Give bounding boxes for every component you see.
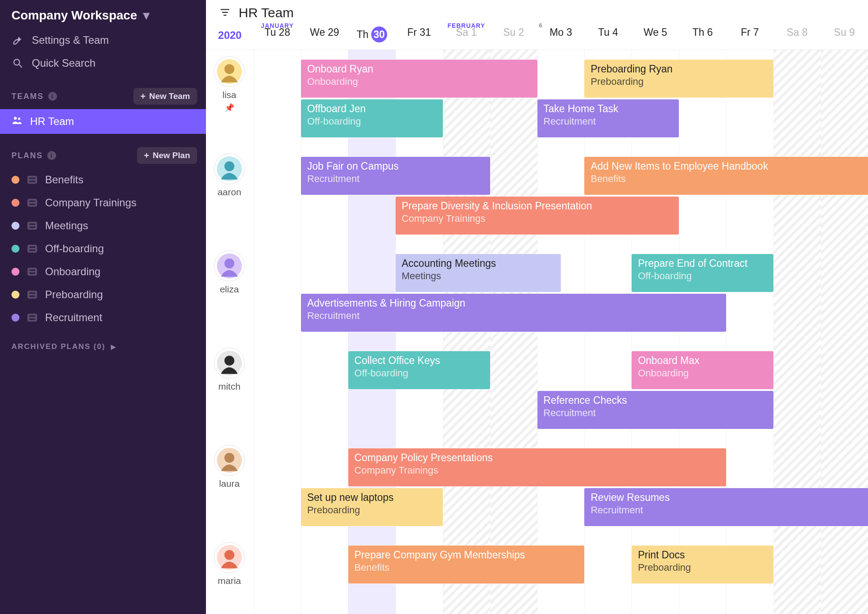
task-card[interactable]: Company Policy Presentations Company Tra… (348, 448, 726, 486)
person-header[interactable]: maria (214, 542, 245, 586)
archived-plans-toggle[interactable]: ARCHIVED PLANS (0) ▶ (0, 329, 206, 356)
day-column-header[interactable]: Sa 8 (773, 23, 821, 49)
today-indicator: 30 (371, 27, 387, 42)
days-row: JANUARYTu 28We 29Th 30Fr 31FEBRUARYSa 1S… (254, 23, 868, 49)
person-header[interactable]: eliza (214, 250, 245, 295)
task-card[interactable]: Accounting Meetings Meetings (396, 254, 561, 292)
teams-header-label: TEAMS (11, 92, 44, 101)
day-column-header[interactable]: We 5 (632, 23, 679, 49)
plan-color-dot (11, 199, 19, 207)
plans-section-header: PLANS i + New Plan (0, 134, 206, 168)
person-header[interactable]: mitch (214, 348, 245, 392)
day-column-header[interactable]: Th 30 (348, 23, 396, 49)
task-card[interactable]: Add New Items to Employee Handbook Benef… (584, 157, 868, 195)
task-card[interactable]: Preboarding Ryan Preboarding (584, 60, 773, 98)
day-column-header[interactable]: Tu 4 (584, 23, 632, 49)
teams-list: HR Team (0, 109, 206, 134)
svg-point-0 (14, 59, 19, 65)
info-icon[interactable]: i (48, 92, 57, 101)
sidebar-team-item[interactable]: HR Team (0, 109, 206, 134)
sidebar-plan-item[interactable]: Onboarding (0, 260, 206, 283)
day-column-header[interactable]: Fr 7 (726, 23, 773, 49)
workspace-switcher[interactable]: Company Workspace ▾ (0, 0, 206, 29)
day-label: Th 30 (357, 27, 387, 42)
archived-label: ARCHIVED PLANS (0) (11, 342, 106, 351)
task-category: Recruitment (307, 173, 484, 185)
day-column-header[interactable]: JANUARYTu 28 (254, 23, 301, 49)
task-card[interactable]: Reference Checks Recruitment (537, 391, 774, 429)
day-column-header[interactable]: Su 2 (490, 23, 537, 49)
settings-label: Settings & Team (32, 34, 109, 46)
task-card[interactable]: Job Fair on Campus Recruitment (301, 157, 490, 195)
plan-color-dot (11, 314, 19, 322)
sidebar-plan-item[interactable]: Preboarding (0, 283, 206, 306)
sidebar-plan-item[interactable]: Company Trainings (0, 191, 206, 214)
task-card[interactable]: Set up new laptops Preboarding (301, 488, 443, 526)
day-column-header[interactable]: We 29 (301, 23, 348, 49)
month-label: JANUARY (254, 22, 301, 29)
svg-point-14 (225, 356, 235, 366)
task-category: Recruitment (307, 310, 720, 322)
person-name: mitch (218, 381, 240, 392)
task-title: Advertisements & Hiring Campaign (307, 297, 720, 310)
task-category: Company Trainings (354, 464, 720, 477)
task-card[interactable]: Offboard Jen Off-boarding (301, 99, 443, 137)
task-title: Preboarding Ryan (590, 63, 767, 76)
day-label: Fr 7 (741, 27, 759, 38)
task-card[interactable]: Prepare Company Gym Memberships Benefits (348, 546, 585, 584)
day-label: Mo 3 (549, 27, 572, 38)
person-name: eliza (220, 284, 239, 295)
search-link[interactable]: Quick Search (0, 52, 206, 75)
task-card[interactable]: Review Resumes Recruitment (584, 488, 868, 526)
plan-name: Off-boarding (45, 243, 104, 255)
sidebar: Company Workspace ▾ Settings & Team Quic… (0, 0, 206, 614)
person-header[interactable]: aaron (214, 153, 245, 197)
day-column-header[interactable]: Su 9 (821, 23, 868, 49)
task-category: Benefits (590, 173, 868, 185)
plan-name: Preboarding (45, 288, 103, 301)
task-card[interactable]: Prepare Diversity & Inclusion Presentati… (396, 197, 679, 235)
info-icon[interactable]: i (47, 151, 56, 160)
task-card[interactable]: Print Docs Preboarding (632, 546, 773, 584)
avatar (214, 348, 245, 379)
day-column-header[interactable]: 6Mo 3 (537, 23, 585, 49)
avatar (214, 445, 245, 476)
year-label[interactable]: 2020 (206, 29, 254, 49)
task-title: Prepare Company Gym Memberships (354, 549, 579, 561)
day-column-header[interactable]: Fr 31 (396, 23, 443, 49)
avatar (214, 56, 245, 87)
new-team-button[interactable]: + New Team (133, 88, 197, 105)
svg-point-2 (14, 117, 17, 120)
plan-color-dot (11, 222, 19, 230)
task-title: Collect Office Keys (354, 354, 484, 367)
filter-icon[interactable] (219, 7, 231, 19)
task-card[interactable]: Onboard Max Onboarding (632, 351, 773, 389)
task-category: Off-boarding (307, 115, 437, 128)
pin-icon[interactable]: 📌 (225, 103, 234, 113)
day-label: Fr 31 (407, 27, 431, 38)
task-card[interactable]: Advertisements & Hiring Campaign Recruit… (301, 294, 726, 332)
task-card[interactable]: Prepare End of Contract Off-boarding (632, 254, 773, 292)
task-category: Off-boarding (354, 367, 484, 379)
task-card[interactable]: Collect Office Keys Off-boarding (348, 351, 490, 389)
plan-color-dot (11, 176, 19, 184)
task-title: Company Policy Presentations (354, 451, 720, 464)
new-plan-button[interactable]: + New Plan (137, 147, 197, 164)
day-column-header[interactable]: Th 6 (679, 23, 726, 49)
task-card[interactable]: Take Home Task Recruitment (537, 99, 679, 137)
day-label: Th 6 (693, 27, 713, 38)
people-icon (11, 114, 23, 129)
plus-icon: + (141, 92, 146, 101)
task-title: Print Docs (638, 549, 767, 561)
settings-link[interactable]: Settings & Team (0, 29, 206, 52)
sidebar-plan-item[interactable]: Off-boarding (0, 237, 206, 260)
sidebar-plan-item[interactable]: Benefits (0, 168, 206, 191)
sidebar-plan-item[interactable]: Recruitment (0, 306, 206, 329)
timeline-grid[interactable]: Onboard Ryan Onboarding Preboarding Ryan… (254, 50, 868, 614)
person-name: laura (219, 478, 240, 489)
task-card[interactable]: Onboard Ryan Onboarding (301, 60, 537, 98)
person-header[interactable]: laura (214, 445, 245, 489)
day-column-header[interactable]: FEBRUARYSa 1 (443, 23, 490, 49)
person-header[interactable]: lisa 📌 (214, 56, 245, 113)
sidebar-plan-item[interactable]: Meetings (0, 214, 206, 237)
